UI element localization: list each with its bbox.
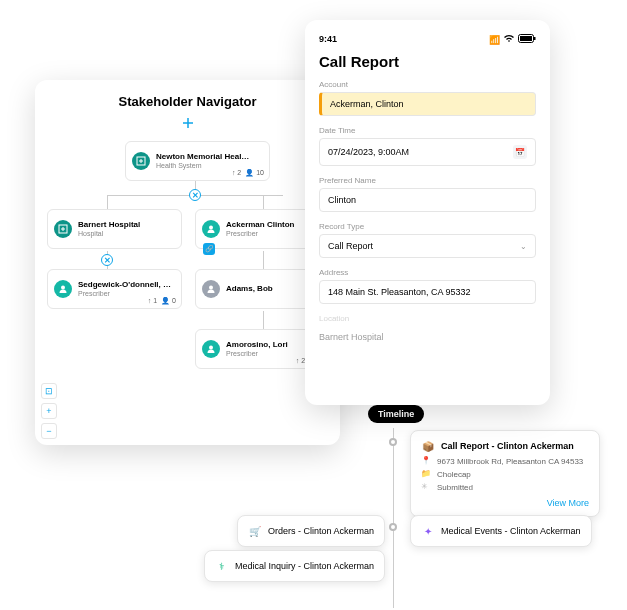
hospital-icon	[54, 220, 72, 238]
svg-point-3	[61, 286, 65, 290]
timeline-dot	[389, 523, 397, 531]
status-icon: ✳	[421, 482, 431, 492]
person-icon	[54, 280, 72, 298]
wifi-icon	[503, 34, 515, 45]
pin-icon: 📍	[421, 456, 431, 466]
datetime-field[interactable]: 07/24/2023, 9:00AM📅	[319, 138, 536, 166]
timeline-card-orders[interactable]: 🛒 Orders - Clinton Ackerman	[237, 515, 385, 547]
call-report-title: Call Report	[319, 53, 536, 70]
org-tree: Newton Memorial Health...Health System ↑…	[45, 139, 330, 419]
medical-icon: ⚕	[215, 559, 229, 573]
zoom-out-button[interactable]: −	[41, 423, 57, 439]
node-barnert[interactable]: Barnert HospitalHospital	[47, 209, 182, 249]
node-newton-memorial[interactable]: Newton Memorial Health...Health System ↑…	[125, 141, 270, 181]
timeline-card-call-report[interactable]: 📦Call Report - Clinton Ackerman 📍9673 Mi…	[410, 430, 600, 517]
link-button[interactable]: 🔗	[203, 243, 215, 255]
recordtype-field[interactable]: Call Report⌄	[319, 234, 536, 258]
person-icon	[202, 280, 220, 298]
hospital-icon	[132, 152, 150, 170]
recordtype-label: Record Type	[319, 222, 536, 231]
add-parent-button[interactable]	[45, 115, 330, 133]
timeline-card-medical-events[interactable]: ✦ Medical Events - Clinton Ackerman	[410, 515, 592, 547]
chevron-down-icon: ⌄	[520, 242, 527, 251]
calendar-icon: 📅	[513, 145, 527, 159]
account-field[interactable]: Ackerman, Clinton	[319, 92, 536, 116]
person-icon	[202, 220, 220, 238]
prefname-field[interactable]: Clinton	[319, 188, 536, 212]
datetime-label: Date Time	[319, 126, 536, 135]
box-icon: 📦	[421, 439, 435, 453]
folder-icon: 📁	[421, 469, 431, 479]
signal-icon: 📶	[489, 35, 500, 45]
zoom-in-button[interactable]: +	[41, 403, 57, 419]
svg-point-5	[209, 346, 213, 350]
timeline-badge: Timeline	[368, 405, 424, 423]
zoom-controls: ⊡ + −	[41, 383, 57, 439]
timeline-dot	[389, 438, 397, 446]
prefname-label: Preferred Name	[319, 176, 536, 185]
stakeholder-navigator-panel: Stakeholder Navigator Newton Memorial He…	[35, 80, 340, 445]
view-more-link[interactable]: View More	[421, 498, 589, 508]
location-field[interactable]: Barnert Hospital	[319, 326, 536, 348]
collapse-button[interactable]: ✕	[101, 254, 113, 266]
svg-rect-7	[520, 36, 532, 41]
call-report-panel: 9:41 📶 Call Report Account Ackerman, Cli…	[305, 20, 550, 405]
timeline-line	[393, 428, 394, 608]
collapse-button[interactable]: ✕	[189, 189, 201, 201]
zoom-reset-button[interactable]: ⊡	[41, 383, 57, 399]
svg-rect-8	[534, 37, 536, 40]
cart-icon: 🛒	[248, 524, 262, 538]
address-label: Address	[319, 268, 536, 277]
address-field[interactable]: 148 Main St. Pleasanton, CA 95332	[319, 280, 536, 304]
status-time: 9:41	[319, 34, 337, 45]
navigator-title: Stakeholder Navigator	[45, 94, 330, 109]
svg-point-4	[209, 286, 213, 290]
person-icon	[202, 340, 220, 358]
account-label: Account	[319, 80, 536, 89]
battery-icon	[518, 34, 536, 45]
status-bar: 9:41 📶	[319, 34, 536, 45]
sparkle-icon: ✦	[421, 524, 435, 538]
svg-point-2	[209, 226, 213, 230]
timeline-card-medical-inquiry[interactable]: ⚕ Medical Inquiry - Clinton Ackerman	[204, 550, 385, 582]
node-sedgewick[interactable]: Sedgewick-O'donnell, SaraPrescriber ↑ 1👤…	[47, 269, 182, 309]
location-label: Location	[319, 314, 536, 323]
